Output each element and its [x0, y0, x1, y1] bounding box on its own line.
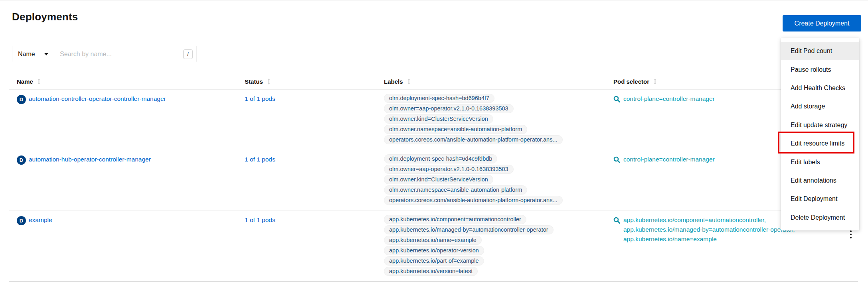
label-pill[interactable]: olm.owner.kind=ClusterServiceVersion — [384, 114, 493, 124]
label-pill[interactable]: operators.coreos.com/ansible-automation-… — [384, 135, 563, 144]
label-pill[interactable]: olm.owner=aap-operator.v2.1.0-0.16383935… — [384, 165, 514, 174]
deployments-page: Deployments Create Deployment Name / Nam… — [0, 0, 868, 305]
deployment-resource-badge: D — [17, 95, 26, 104]
label-pill[interactable]: operators.coreos.com/ansible-automation-… — [384, 196, 563, 205]
sort-icon[interactable] — [407, 79, 411, 85]
label-pill[interactable]: app.kubernetes.io/managed-by=automationc… — [384, 225, 554, 234]
label-pill[interactable]: app.kubernetes.io/version=latest — [384, 267, 478, 276]
label-pill[interactable]: olm.deployment-spec-hash=6d4c9fdbdb — [384, 154, 497, 163]
pod-status-link[interactable]: 1 of 1 pods — [245, 95, 275, 102]
table-row: D automation-controller-operator-control… — [9, 90, 858, 150]
label-pill[interactable]: olm.owner.namespace=ansible-automation-p… — [384, 185, 527, 195]
deployment-resource-badge: D — [17, 216, 26, 225]
status-cell: 1 of 1 pods — [245, 95, 384, 144]
labels-cell: olm.deployment-spec-hash=6d4c9fdbdb olm.… — [384, 156, 613, 205]
search-icon — [613, 217, 620, 225]
label-pill[interactable]: olm.owner.namespace=ansible-automation-p… — [384, 125, 527, 134]
page-title: Deployments — [12, 11, 78, 23]
deployment-name-link[interactable]: automation-hub-operator-controller-manag… — [29, 156, 151, 163]
deployment-name-link[interactable]: automation-controller-operator-controlle… — [29, 95, 166, 102]
deployments-table: Name Status Labels — [9, 74, 858, 282]
deployment-actions-menu: Edit Pod count Pause rollouts Add Health… — [781, 38, 859, 230]
menu-item-delete-deployment[interactable]: Delete Deployment — [781, 209, 859, 227]
deployment-name-link[interactable]: example — [29, 216, 52, 224]
sort-icon[interactable] — [37, 79, 41, 85]
pod-selector-link[interactable]: control-plane=controller-manager — [623, 156, 715, 163]
pod-selector-link[interactable]: app.kubernetes.io/name=example — [623, 236, 795, 243]
search-wrap: / — [54, 46, 197, 62]
sort-by-labels[interactable]: Labels — [384, 78, 411, 85]
menu-item-edit-resource-limits[interactable]: Edit resource limits — [781, 134, 859, 153]
deployment-resource-badge: D — [17, 155, 26, 165]
menu-item-edit-update-strategy[interactable]: Edit update strategy — [781, 116, 859, 134]
caret-down-icon — [44, 53, 48, 55]
table-row: D automation-hub-operator-controller-man… — [9, 150, 858, 211]
label-pill[interactable]: app.kubernetes.io/operator-version — [384, 246, 484, 255]
sort-icon[interactable] — [653, 79, 657, 85]
search-icon — [613, 156, 620, 165]
table-header-row: Name Status Labels — [9, 74, 858, 90]
menu-item-edit-pod-count[interactable]: Edit Pod count — [781, 42, 859, 60]
label-pill[interactable]: app.kubernetes.io/name=example — [384, 236, 482, 245]
status-cell: 1 of 1 pods — [245, 216, 384, 276]
filter-type-dropdown[interactable]: Name — [12, 46, 54, 62]
sort-by-name[interactable]: Name — [17, 78, 41, 85]
menu-item-pause-rollouts[interactable]: Pause rollouts — [781, 60, 859, 79]
create-deployment-button[interactable]: Create Deployment — [783, 15, 861, 31]
menu-item-edit-annotations[interactable]: Edit annotations — [781, 171, 859, 190]
menu-item-add-storage[interactable]: Add storage — [781, 97, 859, 116]
filter-toolbar: Name / — [12, 46, 197, 62]
menu-item-edit-deployment[interactable]: Edit Deployment — [781, 190, 859, 208]
pod-selector-link[interactable]: app.kubernetes.io/component=automationco… — [623, 216, 795, 224]
pod-selector-link[interactable]: app.kubernetes.io/managed-by=automationc… — [623, 226, 795, 233]
table-row: D example 1 of 1 pods app.kubernetes.io/… — [9, 211, 858, 282]
search-icon — [613, 96, 620, 104]
pod-status-link[interactable]: 1 of 1 pods — [245, 156, 275, 163]
slash-shortcut-badge: / — [183, 49, 193, 59]
status-cell: 1 of 1 pods — [245, 156, 384, 205]
search-input[interactable] — [54, 46, 197, 62]
name-cell: D automation-hub-operator-controller-man… — [9, 156, 245, 205]
menu-item-edit-labels[interactable]: Edit labels — [781, 153, 859, 171]
pod-status-link[interactable]: 1 of 1 pods — [245, 216, 275, 223]
filter-type-label: Name — [18, 51, 35, 58]
pod-selector-link[interactable]: control-plane=controller-manager — [623, 95, 715, 102]
label-pill[interactable]: olm.owner.kind=ClusterServiceVersion — [384, 175, 493, 184]
label-pill[interactable]: olm.deployment-spec-hash=bd696b4f7 — [384, 94, 494, 103]
label-pill[interactable]: olm.owner=aap-operator.v2.1.0-0.16383935… — [384, 104, 514, 113]
label-pill[interactable]: app.kubernetes.io/component=automationco… — [384, 215, 526, 224]
sort-by-status[interactable]: Status — [245, 78, 271, 85]
name-cell: D example — [9, 216, 245, 276]
column-header-name: Name — [9, 78, 245, 85]
sort-icon[interactable] — [267, 79, 271, 85]
column-header-labels: Labels — [384, 78, 613, 85]
labels-cell: app.kubernetes.io/component=automationco… — [384, 216, 613, 276]
column-header-status: Status — [245, 78, 384, 85]
label-pill[interactable]: app.kubernetes.io/part-of=example — [384, 256, 484, 266]
labels-cell: olm.deployment-spec-hash=bd696b4f7 olm.o… — [384, 95, 613, 144]
name-cell: D automation-controller-operator-control… — [9, 95, 245, 144]
menu-item-add-health-checks[interactable]: Add Health Checks — [781, 79, 859, 97]
sort-by-pod-selector[interactable]: Pod selector — [613, 78, 657, 85]
